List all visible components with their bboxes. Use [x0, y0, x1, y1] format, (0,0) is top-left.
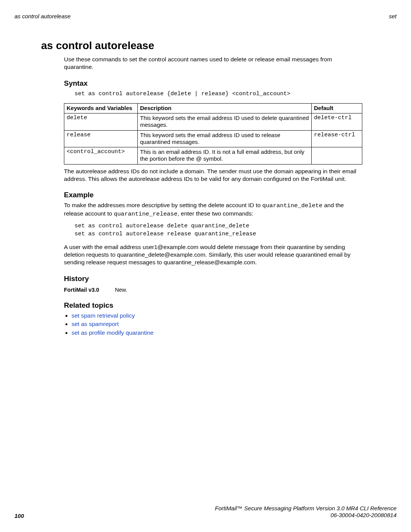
- def-cell: delete-ctrl: [312, 113, 362, 130]
- header-left: as control autorelease: [14, 13, 71, 19]
- example-code: set as control autorelease delete quaran…: [75, 222, 362, 238]
- related-topics-heading: Related topics: [64, 301, 362, 310]
- page-title: as control autorelease: [41, 40, 362, 52]
- desc-cell: This keyword sets the email address ID u…: [138, 113, 312, 130]
- example-intro-paragraph: To make the addresses more descriptive b…: [64, 201, 362, 218]
- keywords-table: Keywords and Variables Description Defau…: [64, 103, 362, 165]
- related-link[interactable]: set as spamreport: [72, 321, 119, 327]
- history-version: FortiMail v3.0: [64, 287, 113, 293]
- example-text: , enter these two commands:: [177, 210, 253, 217]
- table-row: <control_account> This is an email addre…: [64, 147, 362, 165]
- def-cell: release-ctrl: [312, 130, 362, 147]
- running-header: as control autorelease set: [14, 13, 397, 19]
- desc-cell: This is an email address ID. It is not a…: [138, 147, 312, 165]
- syntax-code: set as control autorelease {delete | rel…: [75, 90, 362, 98]
- col-keywords: Keywords and Variables: [64, 103, 138, 113]
- col-default: Default: [312, 103, 362, 113]
- intro-paragraph: Use these commands to set the control ac…: [64, 56, 362, 71]
- kw-cell: delete: [64, 113, 138, 130]
- history-heading: History: [64, 275, 362, 283]
- example-heading: Example: [64, 191, 362, 199]
- kw-cell: <control_account>: [64, 147, 138, 165]
- list-item: set as spamreport: [72, 320, 362, 328]
- example-text: To make the addresses more descriptive b…: [64, 202, 262, 208]
- footer-right: FortiMail™ Secure Messaging Platform Ver…: [215, 505, 397, 519]
- history-note: New.: [115, 287, 127, 293]
- example-result-paragraph: A user with the email address user1@exam…: [64, 243, 362, 266]
- inline-code: quarantine_delete: [262, 202, 322, 209]
- inline-code: quarantine_release: [114, 211, 177, 217]
- header-right: set: [389, 13, 397, 19]
- kw-cell: release: [64, 130, 138, 147]
- document-page: as control autorelease set as control au…: [0, 0, 411, 532]
- footer-line1: FortiMail™ Secure Messaging Platform Ver…: [215, 505, 397, 512]
- table-header-row: Keywords and Variables Description Defau…: [64, 103, 362, 113]
- list-item: set spam retrieval policy: [72, 312, 362, 320]
- related-topics-list: set spam retrieval policy set as spamrep…: [64, 312, 362, 337]
- page-footer: 100 FortiMail™ Secure Messaging Platform…: [14, 505, 397, 519]
- def-cell: [312, 147, 362, 165]
- desc-cell: This keyword sets the email address ID u…: [138, 130, 312, 147]
- related-link[interactable]: set as profile modify quarantine: [72, 329, 153, 336]
- syntax-heading: Syntax: [64, 79, 362, 88]
- content-area: as control autorelease Use these command…: [41, 40, 362, 338]
- list-item: set as profile modify quarantine: [72, 329, 362, 337]
- history-entry: FortiMail v3.0 New.: [64, 287, 362, 293]
- table-row: release This keyword sets the email addr…: [64, 130, 362, 147]
- page-number: 100: [14, 513, 24, 519]
- post-table-paragraph: The autorelease address IDs do not inclu…: [64, 168, 362, 183]
- col-description: Description: [138, 103, 312, 113]
- related-link[interactable]: set spam retrieval policy: [72, 312, 135, 319]
- footer-line2: 06-30004-0420-20080814: [215, 512, 397, 519]
- table-row: delete This keyword sets the email addre…: [64, 113, 362, 130]
